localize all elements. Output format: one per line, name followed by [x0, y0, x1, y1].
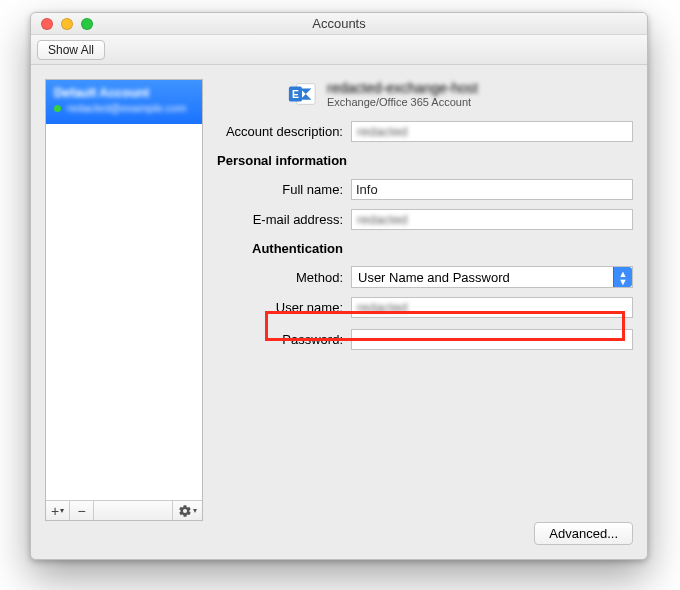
sidebar-item-default-account[interactable]: Default Account redacted@example.com — [46, 80, 202, 124]
full-name-field[interactable] — [351, 179, 633, 200]
password-field[interactable] — [351, 329, 633, 350]
status-indicator-icon — [54, 105, 61, 112]
exchange-icon: E — [287, 79, 317, 109]
remove-account-button[interactable]: − — [70, 501, 94, 520]
sidebar-settings-button[interactable]: ▾ — [172, 501, 202, 520]
zoom-icon[interactable] — [81, 18, 93, 30]
label-email: E-mail address: — [217, 212, 351, 227]
accounts-sidebar: Default Account redacted@example.com +▾ … — [45, 79, 203, 521]
account-description-field[interactable] — [351, 121, 633, 142]
toolbar: Show All — [31, 35, 647, 65]
label-account-description: Account description: — [217, 124, 351, 139]
section-authentication: Authentication — [217, 241, 351, 256]
plus-icon: + — [51, 503, 59, 519]
advanced-button[interactable]: Advanced... — [534, 522, 633, 545]
auth-method-value: User Name and Password — [358, 270, 510, 285]
account-header-subtitle: Exchange/Office 365 Account — [327, 96, 478, 108]
account-header: E redacted-exchange-host Exchange/Office… — [287, 79, 633, 109]
select-arrows-icon: ▲▼ — [618, 270, 628, 286]
account-form: Account description: redacted Personal i… — [217, 117, 633, 353]
add-account-button[interactable]: +▾ — [46, 501, 70, 520]
close-icon[interactable] — [41, 18, 53, 30]
label-password: Password: — [217, 332, 351, 347]
svg-text:E: E — [292, 89, 299, 100]
titlebar: Accounts — [31, 13, 647, 35]
gear-icon — [178, 504, 192, 518]
user-name-field[interactable] — [351, 297, 633, 318]
label-full-name: Full name: — [217, 182, 351, 197]
account-header-title: redacted-exchange-host — [327, 80, 478, 96]
window-title: Accounts — [31, 16, 647, 31]
content-area: Default Account redacted@example.com +▾ … — [31, 65, 647, 559]
window-controls — [31, 18, 93, 30]
chevron-down-icon: ▾ — [193, 506, 197, 515]
section-personal-information: Personal information — [217, 153, 351, 168]
label-user-name: User name: — [217, 300, 351, 315]
account-name: Default Account — [54, 86, 194, 100]
account-email: redacted@example.com — [67, 102, 186, 114]
chevron-down-icon: ▾ — [60, 506, 64, 515]
email-field[interactable] — [351, 209, 633, 230]
account-detail-pane: E redacted-exchange-host Exchange/Office… — [217, 79, 633, 545]
show-all-button[interactable]: Show All — [37, 40, 105, 60]
auth-method-select[interactable]: User Name and Password ▲▼ — [351, 266, 633, 288]
label-method: Method: — [217, 270, 351, 285]
sidebar-footer: +▾ − ▾ — [46, 500, 202, 520]
minimize-icon[interactable] — [61, 18, 73, 30]
accounts-window: Accounts Show All Default Account redact… — [30, 12, 648, 560]
